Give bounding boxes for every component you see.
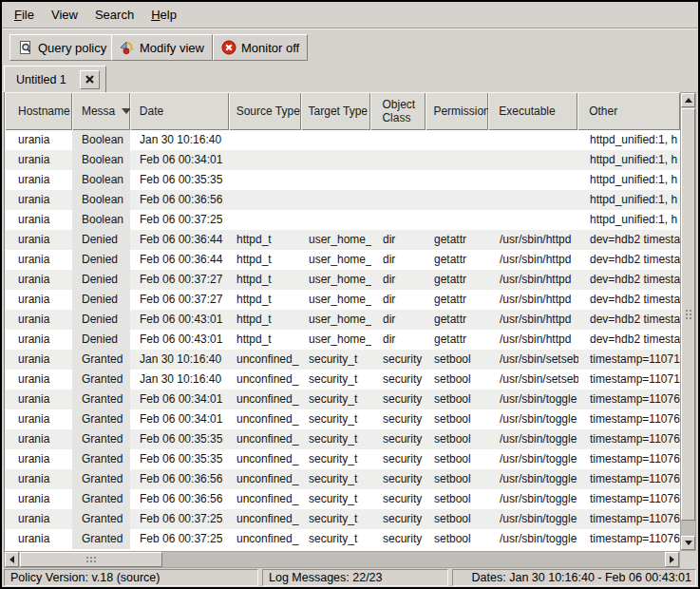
menu-item-view[interactable]: View	[43, 4, 86, 26]
cell-messa: Granted	[72, 390, 130, 409]
toolbar: Query policy Modify view Mo	[2, 29, 698, 63]
column-header-source-type[interactable]: Source Type	[229, 92, 301, 130]
table-row[interactable]: uraniaGrantedFeb 06 00:34:01unconfined_s…	[5, 390, 680, 409]
cell-permission	[426, 130, 489, 150]
table-row[interactable]: uraniaDeniedFeb 06 00:37:27httpd_tuser_h…	[5, 290, 680, 310]
cell-object-class: dir	[371, 330, 426, 350]
table-row[interactable]: uraniaGrantedJan 30 10:16:40unconfined_s…	[5, 370, 680, 390]
cell-date: Feb 06 00:34:01	[130, 150, 229, 170]
column-header-messa[interactable]: Messa	[72, 92, 130, 130]
cell-source-type	[229, 190, 301, 210]
log-table: HostnameMessaDateSource TypeTarget TypeO…	[4, 92, 696, 568]
cell-messa: Denied	[72, 310, 130, 330]
menu-item-file[interactable]: File	[6, 4, 43, 26]
column-header-executable[interactable]: Executable	[488, 92, 577, 130]
cell-executable	[489, 170, 578, 190]
cell-date: Feb 06 00:36:56	[130, 190, 229, 210]
cell-object-class: security	[371, 509, 426, 529]
monitor-off-label: Monitor off	[241, 41, 299, 55]
cell-other: dev=hdb2 timesta	[578, 290, 680, 310]
cell-hostname: urania	[5, 390, 72, 409]
horizontal-scrollbar-thumb[interactable]	[20, 552, 162, 567]
cell-permission	[426, 210, 489, 230]
table-row[interactable]: uraniaDeniedFeb 06 00:43:01httpd_tuser_h…	[5, 310, 680, 330]
vertical-scrollbar[interactable]	[680, 92, 696, 551]
log-messages-status: Log Messages: 22/23	[262, 569, 448, 586]
arrow-up-icon	[685, 98, 692, 103]
cell-hostname: urania	[5, 230, 72, 250]
cell-date: Feb 06 00:35:35	[130, 449, 229, 469]
cell-messa: Denied	[72, 290, 130, 310]
cell-date: Feb 06 00:37:25	[130, 210, 229, 230]
table-row[interactable]: uraniaGrantedJan 30 10:16:40unconfined_s…	[5, 350, 680, 370]
cell-object-class: security	[371, 449, 426, 469]
table-row[interactable]: uraniaBooleanFeb 06 00:34:01httpd_unifie…	[5, 150, 680, 170]
cell-messa: Denied	[72, 330, 130, 350]
table-row[interactable]: uraniaBooleanFeb 06 00:37:25httpd_unifie…	[5, 210, 680, 230]
cell-messa: Granted	[72, 370, 130, 390]
scroll-right-button[interactable]	[665, 552, 679, 567]
column-header-date[interactable]: Date	[130, 92, 229, 130]
cell-target-type	[301, 130, 371, 150]
horizontal-scrollbar[interactable]	[4, 551, 680, 568]
cell-hostname: urania	[5, 210, 72, 230]
menu-item-search[interactable]: Search	[86, 4, 142, 26]
scroll-up-button[interactable]	[681, 93, 695, 107]
cell-permission: setbool	[426, 449, 489, 469]
table-row[interactable]: uraniaDeniedFeb 06 00:43:01httpd_tuser_h…	[5, 330, 680, 350]
cell-date: Feb 06 00:36:44	[130, 230, 229, 250]
cell-messa: Granted	[72, 509, 130, 529]
vertical-scrollbar-thumb[interactable]	[681, 108, 695, 521]
query-policy-button[interactable]: Query policy	[9, 34, 115, 61]
tab-close-button[interactable]	[80, 70, 100, 89]
menu-item-help[interactable]: Help	[142, 4, 185, 26]
cell-object-class	[371, 170, 426, 190]
cell-hostname: urania	[5, 310, 72, 330]
table-row[interactable]: uraniaDeniedFeb 06 00:36:44httpd_tuser_h…	[5, 250, 680, 270]
cell-source-type: httpd_t	[229, 330, 301, 350]
sort-desc-icon	[122, 108, 130, 114]
cell-target-type: user_home_	[301, 250, 371, 270]
scroll-left-button[interactable]	[5, 552, 19, 567]
cell-source-type	[229, 130, 301, 150]
tab-untitled-1[interactable]: Untitled 1	[4, 66, 106, 92]
table-row[interactable]: uraniaGrantedFeb 06 00:34:01unconfined_s…	[5, 409, 680, 429]
table-row[interactable]: uraniaGrantedFeb 06 00:35:35unconfined_s…	[5, 429, 680, 449]
cell-source-type: unconfined_	[229, 509, 301, 529]
table-row[interactable]: uraniaBooleanFeb 06 00:36:56httpd_unifie…	[5, 190, 680, 210]
cell-executable: /usr/sbin/toggle	[489, 409, 578, 429]
cell-executable: /usr/sbin/httpd	[489, 270, 578, 290]
cell-object-class	[371, 130, 426, 150]
cell-hostname: urania	[5, 250, 72, 270]
table-row[interactable]: uraniaBooleanJan 30 10:16:40httpd_unifie…	[5, 130, 680, 150]
cell-messa: Granted	[72, 529, 130, 549]
table-row[interactable]: uraniaGrantedFeb 06 00:36:56unconfined_s…	[5, 469, 680, 489]
cell-source-type: httpd_t	[229, 290, 301, 310]
table-row[interactable]: uraniaBooleanFeb 06 00:35:35httpd_unifie…	[5, 170, 680, 190]
column-header-target-type[interactable]: Target Type	[301, 92, 371, 130]
seaudit-window: FileViewSearchHelp Query policy	[0, 0, 700, 589]
cell-target-type	[301, 170, 371, 190]
table-row[interactable]: uraniaDeniedFeb 06 00:37:27httpd_tuser_h…	[5, 270, 680, 290]
cell-object-class: dir	[371, 230, 426, 250]
cell-messa: Boolean	[72, 150, 130, 170]
cell-hostname: urania	[5, 150, 72, 170]
table-row[interactable]: uraniaGrantedFeb 06 00:37:25unconfined_s…	[5, 529, 680, 549]
arrow-right-icon	[670, 556, 674, 563]
column-header-other[interactable]: Other	[577, 92, 680, 130]
column-header-hostname[interactable]: Hostname	[5, 92, 72, 130]
cell-source-type: httpd_t	[229, 270, 301, 290]
cell-object-class: security	[371, 489, 426, 509]
scroll-down-button[interactable]	[681, 536, 695, 550]
table-row[interactable]: uraniaGrantedFeb 06 00:37:25unconfined_s…	[5, 509, 680, 529]
table-row[interactable]: uraniaGrantedFeb 06 00:36:56unconfined_s…	[5, 489, 680, 509]
monitor-off-button[interactable]: Monitor off	[213, 34, 308, 61]
modify-view-button[interactable]: Modify view	[111, 34, 213, 61]
table-row[interactable]: uraniaDeniedFeb 06 00:36:44httpd_tuser_h…	[5, 230, 680, 250]
column-header-object-class[interactable]: Object Class	[370, 92, 426, 130]
table-row[interactable]: uraniaGrantedFeb 06 00:35:35unconfined_s…	[5, 449, 680, 469]
cell-source-type: unconfined_	[229, 469, 301, 489]
cell-hostname: urania	[5, 469, 72, 489]
column-header-permission[interactable]: Permission	[426, 92, 488, 130]
cell-date: Feb 06 00:43:01	[130, 310, 229, 330]
